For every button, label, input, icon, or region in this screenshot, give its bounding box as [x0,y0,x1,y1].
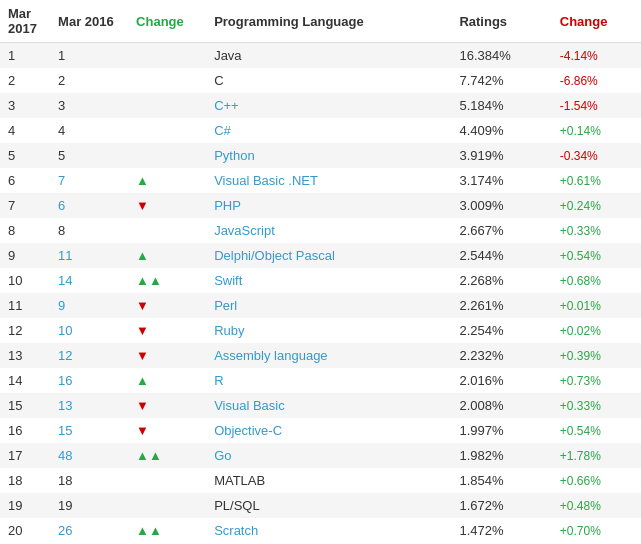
arrow-cell: ▼ [128,343,206,368]
prev-rank-cell: 14 [50,268,128,293]
lang-cell: R [206,368,451,393]
rank-cell: 2 [0,68,50,93]
arrow-up-single-icon: ▲ [136,173,149,188]
rank-cell: 20 [0,518,50,543]
arrow-cell: ▲ [128,168,206,193]
header-mar2017: Mar 2017 [0,0,50,43]
arrow-up-double-icon: ▲▲ [136,273,162,288]
lang-link[interactable]: JavaScript [214,223,275,238]
rating-cell: 2.667% [451,218,551,243]
arrow-cell: ▼ [128,393,206,418]
rank-cell: 15 [0,393,50,418]
table-row: 11 9 ▼ Perl 2.261% +0.01% [0,293,641,318]
rating-cell: 2.232% [451,343,551,368]
change-cell: +0.54% [552,243,641,268]
rank-cell: 9 [0,243,50,268]
rank-cell: 10 [0,268,50,293]
lang-cell: MATLAB [206,468,451,493]
prev-rank-cell: 6 [50,193,128,218]
arrow-up-double-icon: ▲▲ [136,448,162,463]
lang-link[interactable]: Delphi/Object Pascal [214,248,335,263]
change-cell: -1.54% [552,93,641,118]
table-row: 14 16 ▲ R 2.016% +0.73% [0,368,641,393]
rating-cell: 2.008% [451,393,551,418]
change-cell: +0.33% [552,393,641,418]
lang-link[interactable]: Python [214,148,254,163]
table-row: 16 15 ▼ Objective-C 1.997% +0.54% [0,418,641,443]
lang-cell: Scratch [206,518,451,543]
table-row: 18 18 MATLAB 1.854% +0.66% [0,468,641,493]
lang-name: PL/SQL [214,498,260,513]
arrow-cell [128,118,206,143]
lang-name: Java [214,48,241,63]
rating-cell: 4.409% [451,118,551,143]
rating-cell: 1.472% [451,518,551,543]
prev-rank-cell: 16 [50,368,128,393]
lang-cell: C# [206,118,451,143]
prev-rank-cell: 7 [50,168,128,193]
change-cell: -0.34% [552,143,641,168]
arrow-down-single-icon: ▼ [136,398,149,413]
arrow-cell: ▼ [128,418,206,443]
lang-link[interactable]: PHP [214,198,241,213]
lang-cell: C [206,68,451,93]
rank-cell: 6 [0,168,50,193]
table-row: 9 11 ▲ Delphi/Object Pascal 2.544% +0.54… [0,243,641,268]
prev-rank-cell: 19 [50,493,128,518]
change-cell: +0.02% [552,318,641,343]
table-row: 8 8 JavaScript 2.667% +0.33% [0,218,641,243]
rank-cell: 11 [0,293,50,318]
table-row: 7 6 ▼ PHP 3.009% +0.24% [0,193,641,218]
arrow-cell [128,43,206,69]
lang-link[interactable]: C# [214,123,231,138]
lang-link[interactable]: Ruby [214,323,244,338]
arrow-cell: ▼ [128,318,206,343]
lang-cell: JavaScript [206,218,451,243]
table-header: Mar 2017 Mar 2016 Change Programming Lan… [0,0,641,43]
lang-link[interactable]: C++ [214,98,239,113]
rating-cell: 16.384% [451,43,551,69]
change-cell: +0.73% [552,368,641,393]
lang-link[interactable]: Go [214,448,231,463]
table-row: 17 48 ▲▲ Go 1.982% +1.78% [0,443,641,468]
arrow-cell [128,468,206,493]
rating-cell: 5.184% [451,93,551,118]
table-row: 19 19 PL/SQL 1.672% +0.48% [0,493,641,518]
arrow-cell [128,493,206,518]
rating-cell: 2.544% [451,243,551,268]
lang-link[interactable]: Objective-C [214,423,282,438]
table-body: 1 1 Java 16.384% -4.14% 2 2 C 7.742% -6.… [0,43,641,544]
lang-link[interactable]: Perl [214,298,237,313]
prev-rank-cell: 48 [50,443,128,468]
lang-link[interactable]: Assembly language [214,348,327,363]
lang-cell: Visual Basic [206,393,451,418]
rating-cell: 1.672% [451,493,551,518]
lang-cell: Visual Basic .NET [206,168,451,193]
prev-rank-cell: 1 [50,43,128,69]
arrow-down-single-icon: ▼ [136,323,149,338]
table-row: 15 13 ▼ Visual Basic 2.008% +0.33% [0,393,641,418]
prev-rank-cell: 15 [50,418,128,443]
rating-cell: 1.997% [451,418,551,443]
lang-link[interactable]: R [214,373,223,388]
arrow-cell: ▲ [128,368,206,393]
arrow-cell: ▲▲ [128,518,206,543]
change-cell: -4.14% [552,43,641,69]
lang-link[interactable]: Visual Basic [214,398,285,413]
rating-cell: 1.854% [451,468,551,493]
arrow-down-single-icon: ▼ [136,198,149,213]
rating-cell: 2.268% [451,268,551,293]
lang-link[interactable]: Swift [214,273,242,288]
lang-link[interactable]: Scratch [214,523,258,538]
arrow-down-single-icon: ▼ [136,298,149,313]
change-cell: +0.61% [552,168,641,193]
rank-cell: 19 [0,493,50,518]
lang-cell: PL/SQL [206,493,451,518]
rank-cell: 7 [0,193,50,218]
header-mar2016: Mar 2016 [50,0,128,43]
prev-rank-cell: 13 [50,393,128,418]
prev-rank-cell: 3 [50,93,128,118]
rank-cell: 18 [0,468,50,493]
arrow-up-single-icon: ▲ [136,373,149,388]
lang-link[interactable]: Visual Basic .NET [214,173,318,188]
